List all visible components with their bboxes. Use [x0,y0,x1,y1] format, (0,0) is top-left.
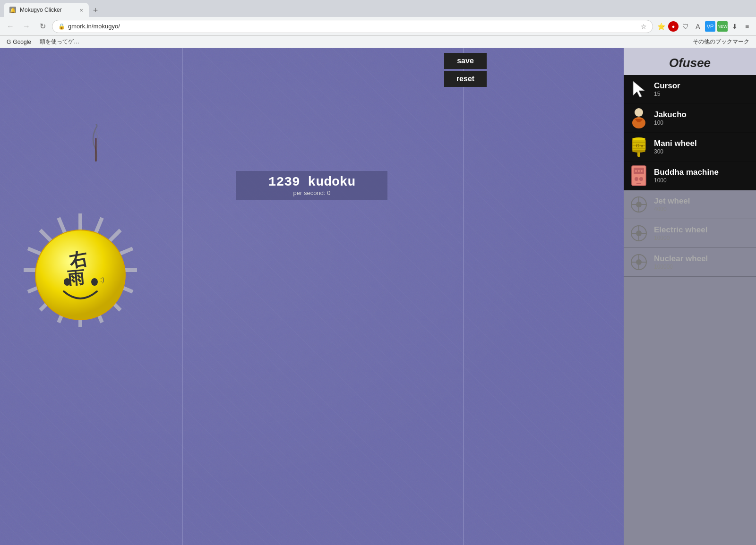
svg-point-39 [635,177,638,181]
mani-wheel-price: 300 [654,148,751,155]
menu-icon[interactable]: ≡ [742,21,752,32]
reset-button[interactable]: reset [444,71,487,87]
sidebar: Ofusee Cursor 15 [624,48,756,545]
tab-title: Mokugyo Clicker [20,7,62,13]
per-second-display: per second: 0 [246,189,378,196]
toolbar-icon-new[interactable]: NEW [717,21,728,32]
jakucho-price: 100 [654,119,751,126]
toolbar-icon-2[interactable]: ● [668,21,679,32]
jet-wheel-info: Jet wheel 4000 [654,196,751,213]
mokugyo-button[interactable]: 右 雨 :) [28,218,132,322]
address-bar: ← → ↻ 🔒 gmork.in/mokugyo/ ☆ ⭐ ● 🛡 A VP N… [0,17,756,36]
mani-wheel-name: Mani wheel [654,139,751,148]
svg-point-22 [91,278,98,286]
jet-wheel-name: Jet wheel [654,196,751,206]
other-bookmarks-label: その他のブックマーク [693,38,749,46]
active-tab[interactable]: 🔔 Mokugyo Clicker × [4,3,89,17]
shop-item-jakucho[interactable]: Jakucho 100 [624,104,756,133]
buddha-machine-name: Buddha machine [654,168,751,177]
japanese-site-label: 頭を使ってゲ… [40,38,79,46]
electric-wheel-icon [628,223,649,244]
game-area[interactable]: 1239 kudoku per second: 0 [0,48,624,545]
incense-smoke [86,124,105,162]
electric-wheel-price: 10000 [654,235,751,241]
svg-point-36 [635,170,637,172]
cursor-price: 15 [654,91,751,97]
toolbar-icon-5[interactable]: VP [705,21,715,32]
url-lock-icon: 🔒 [58,23,65,30]
svg-point-37 [638,170,640,172]
nuclear-wheel-name: Nuclear wheel [654,254,751,264]
bookmark-other[interactable]: その他のブックマーク [690,37,752,47]
svg-text:雨: 雨 [67,268,86,288]
jakucho-name: Jakucho [654,110,751,119]
score-display: 1239 kudoku per second: 0 [24,171,600,200]
url-bar[interactable]: 🔒 gmork.in/mokugyo/ ☆ [52,20,653,33]
divider-right [463,48,464,545]
back-button[interactable]: ← [4,20,17,33]
buddha-machine-price: 1000 [654,177,751,184]
shop-item-nuclear-wheel[interactable]: Nuclear wheel 100000 [624,248,756,277]
shop-item-buddha-machine[interactable]: Buddha machine 1000 [624,162,756,190]
buddha-machine-icon [628,165,649,186]
bookmark-japanese[interactable]: 頭を使ってゲ… [37,37,82,47]
svg-point-32 [632,150,645,153]
cursor-icon [628,79,649,100]
jet-wheel-icon [628,194,649,215]
shop-item-electric-wheel[interactable]: Electric wheel 10000 [624,219,756,248]
score-value: 1239 kudoku [246,175,378,189]
google-icon: G [7,39,11,45]
svg-text:Om: Om [636,143,643,148]
refresh-button[interactable]: ↻ [36,20,49,33]
cursor-info: Cursor 15 [654,81,751,97]
bookmark-star-icon[interactable]: ☆ [641,23,647,30]
url-text: gmork.in/mokugyo/ [68,23,638,30]
toolbar-icons: ⭐ ● 🛡 A VP NEW ⬇ ≡ [656,21,752,32]
mani-wheel-icon: Om [628,136,649,157]
mani-wheel-info: Mani wheel 300 [654,139,751,155]
svg-text::): :) [100,276,104,283]
svg-point-24 [635,108,643,117]
google-label: Google [13,39,31,45]
toolbar-icon-4[interactable]: A [693,21,703,32]
save-button[interactable]: save [444,53,487,69]
bookmark-google[interactable]: G Google [4,38,34,46]
cursor-name: Cursor [654,81,751,91]
tab-close-button[interactable]: × [79,7,83,14]
svg-point-40 [639,177,643,181]
svg-point-25 [632,117,645,128]
electric-wheel-name: Electric wheel [654,225,751,235]
svg-point-38 [641,170,643,172]
forward-button[interactable]: → [20,20,33,33]
shop-item-jet-wheel[interactable]: Jet wheel 4000 [624,190,756,219]
svg-point-21 [64,278,70,286]
jakucho-icon [628,108,649,128]
buddha-machine-info: Buddha machine 1000 [654,168,751,184]
shop-item-mani-wheel[interactable]: Om Mani wheel 300 [624,133,756,162]
svg-point-31 [632,137,645,140]
score-banner: 1239 kudoku per second: 0 [236,171,387,200]
shop-list: Cursor 15 [624,75,756,545]
jet-wheel-price: 4000 [654,206,751,213]
nuclear-wheel-icon [628,252,649,272]
tab-favicon: 🔔 [9,7,16,13]
svg-rect-41 [636,183,641,184]
jakucho-info: Jakucho 100 [654,110,751,126]
bookmarks-bar: G Google 頭を使ってゲ… その他のブックマーク [0,36,756,48]
svg-marker-23 [633,81,644,97]
extensions-icon[interactable]: ⭐ [656,21,666,32]
toolbar-icon-3[interactable]: 🛡 [680,21,691,32]
toolbar-icon-down[interactable]: ⬇ [730,21,740,32]
new-tab-button[interactable]: + [89,4,102,17]
divider-left [182,48,183,545]
shop-item-cursor[interactable]: Cursor 15 [624,75,756,104]
top-buttons: save reset [439,48,491,92]
ofusee-title: Ofusee [624,48,756,75]
nuclear-wheel-price: 100000 [654,264,751,270]
nuclear-wheel-info: Nuclear wheel 100000 [654,254,751,270]
browser-frame: 🔔 Mokugyo Clicker × + ← → ↻ 🔒 gmork.in/m… [0,0,756,545]
electric-wheel-info: Electric wheel 10000 [654,225,751,241]
game-container: 1239 kudoku per second: 0 [0,48,756,545]
tab-bar: 🔔 Mokugyo Clicker × + [0,0,756,17]
